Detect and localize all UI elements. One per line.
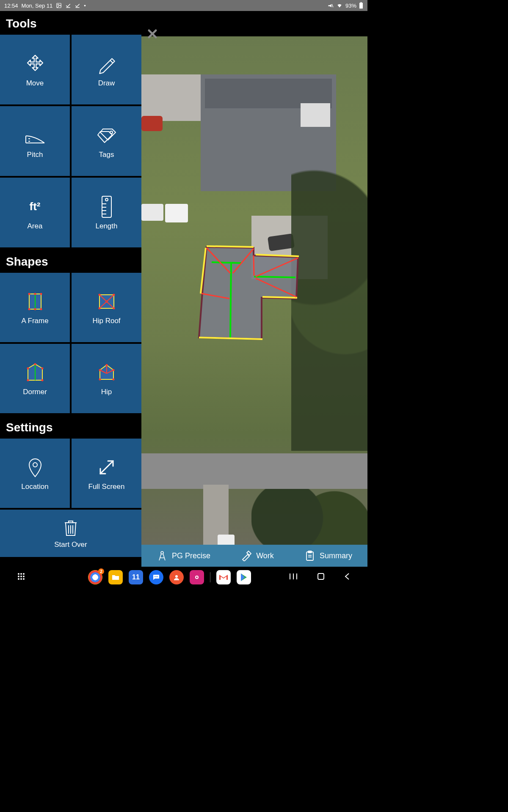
a-frame-icon [23, 290, 47, 313]
hip-roof-icon [95, 290, 119, 313]
shape-a-frame-label: A Frame [21, 317, 48, 325]
roof-measurement-overlay[interactable] [192, 244, 302, 345]
shape-hip-roof[interactable]: Hip Roof [72, 273, 141, 342]
shape-dormer[interactable]: Dormer [0, 344, 70, 413]
tool-sidebar: Tools Move [0, 11, 141, 567]
svg-rect-5 [359, 3, 363, 9]
dock-gmail[interactable] [216, 570, 231, 584]
svg-point-49 [99, 379, 101, 381]
tool-draw[interactable]: Draw [72, 35, 141, 104]
tab-work[interactable]: Work [241, 550, 274, 561]
svg-point-1 [58, 4, 58, 5]
svg-point-48 [112, 369, 114, 371]
tab-summary-label: Summary [320, 551, 352, 560]
svg-point-85 [23, 578, 25, 580]
hip-icon [95, 361, 119, 384]
dock-contacts[interactable] [169, 570, 184, 584]
setting-start-over[interactable]: Start Over [0, 510, 141, 557]
dock-play[interactable] [237, 570, 251, 584]
svg-point-82 [23, 576, 25, 577]
status-dot: • [84, 3, 86, 9]
dock-camera[interactable] [190, 570, 204, 584]
svg-line-60 [262, 297, 297, 298]
app-drawer-icon[interactable] [17, 572, 25, 582]
expand-icon [95, 455, 119, 479]
aerial-map-canvas[interactable] [141, 36, 367, 545]
dock-divider [210, 572, 210, 582]
check-icon [75, 3, 80, 8]
check-icon [65, 3, 71, 8]
svg-line-65 [212, 262, 241, 263]
tab-summary[interactable]: Summary [304, 550, 352, 561]
setting-full-screen[interactable]: Full Screen [72, 439, 141, 508]
photo-icon [56, 3, 62, 8]
svg-point-33 [113, 307, 115, 310]
tab-pg-precise[interactable]: PG Precise [157, 550, 210, 561]
pin-icon [23, 455, 47, 479]
svg-point-41 [41, 379, 43, 381]
battery-icon [359, 2, 363, 9]
svg-point-87 [156, 576, 157, 577]
setting-full-screen-label: Full Screen [88, 483, 125, 491]
tool-tags-label: Tags [99, 151, 114, 159]
svg-marker-56 [199, 247, 298, 339]
svg-line-52 [100, 461, 113, 474]
svg-point-23 [34, 293, 36, 295]
svg-point-91 [196, 576, 198, 578]
setting-location-label: Location [21, 483, 48, 491]
settings-section-title: Settings [0, 415, 141, 439]
area-icon: ft² [23, 195, 47, 219]
pencil-icon [95, 52, 119, 76]
svg-point-38 [41, 368, 43, 370]
svg-line-63 [230, 262, 231, 337]
close-panel-button[interactable] [144, 25, 161, 42]
nav-back[interactable] [344, 572, 351, 582]
svg-point-40 [27, 379, 29, 381]
setting-location[interactable]: Location [0, 439, 70, 508]
android-nav-bar: 2 11 [0, 567, 367, 588]
dock-messages[interactable] [149, 570, 163, 584]
shape-a-frame[interactable]: A Frame [0, 273, 70, 342]
svg-point-80 [18, 576, 19, 577]
svg-point-50 [112, 379, 114, 381]
bottom-tab-bar: PG Precise Work Summary [141, 545, 367, 567]
protractor-icon [23, 123, 47, 147]
dock-calendar[interactable]: 11 [129, 570, 143, 584]
android-status-bar: 12:54 Mon, Sep 11 • 93% [0, 0, 367, 11]
shapes-section-title: Shapes [0, 249, 141, 273]
tool-pitch[interactable]: Pitch [0, 106, 70, 176]
status-time: 12:54 [4, 3, 18, 9]
nav-home[interactable] [317, 572, 325, 582]
svg-line-68 [254, 255, 254, 276]
battery-pct: 93% [345, 3, 356, 9]
tool-move[interactable]: Move [0, 35, 70, 104]
svg-point-47 [99, 369, 101, 371]
svg-rect-6 [360, 2, 362, 3]
nav-recents[interactable] [289, 573, 298, 582]
dock-files[interactable] [108, 570, 123, 584]
tool-length[interactable]: Length [72, 178, 141, 247]
svg-point-19 [28, 293, 30, 295]
svg-point-83 [18, 578, 19, 580]
svg-point-30 [98, 294, 100, 296]
svg-point-79 [23, 573, 25, 575]
svg-line-64 [254, 277, 295, 277]
svg-point-89 [175, 575, 178, 578]
tool-tags[interactable]: Tags [72, 106, 141, 176]
tool-pitch-label: Pitch [27, 151, 43, 159]
svg-point-37 [27, 368, 29, 370]
mute-icon [327, 3, 334, 9]
dock-chrome[interactable]: 2 [88, 570, 102, 584]
tab-work-label: Work [256, 551, 274, 560]
svg-point-32 [98, 307, 100, 310]
move-icon [23, 52, 47, 76]
tool-length-label: Length [96, 222, 118, 230]
svg-point-21 [28, 308, 30, 310]
shape-hip[interactable]: Hip [72, 344, 141, 413]
tool-area[interactable]: ft² Area [0, 178, 70, 247]
clipboard-icon [304, 550, 315, 561]
dormer-icon [23, 361, 47, 384]
svg-line-58 [207, 246, 254, 247]
svg-point-11 [105, 198, 108, 201]
status-date: Mon, Sep 11 [22, 3, 53, 9]
